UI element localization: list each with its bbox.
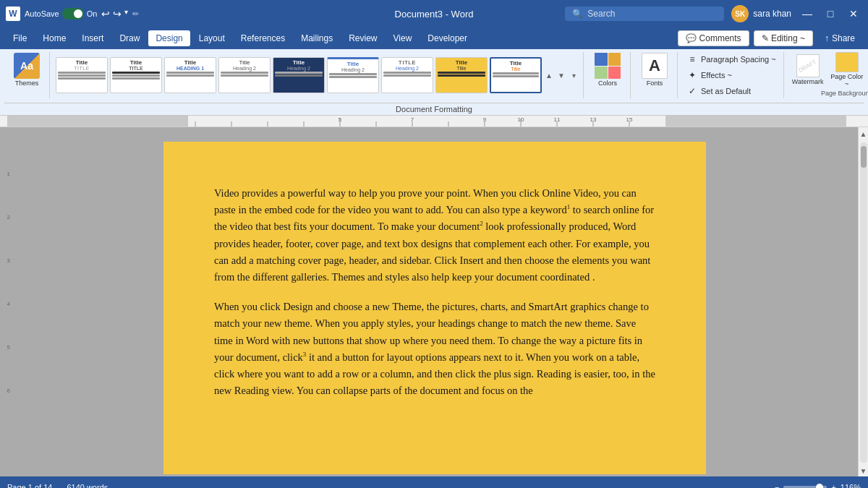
svg-text:11: 11 [554,116,561,123]
zoom-thumb [816,484,823,488]
zoom-in-icon[interactable]: + [831,483,835,488]
ribbon-colors-section: Colors [585,52,631,98]
doc-title: Document3 - Word [395,9,474,20]
format-style-4[interactable]: Title Heading 2 [218,57,271,93]
user-info[interactable]: SK sara khan [731,5,791,22]
format-scroll-up[interactable]: ▲ [544,57,554,93]
svg-rect-2 [665,116,846,127]
right-scrollbar: ▲ ▼ [858,127,868,476]
effects-icon: ✦ [686,69,698,81]
quick-access-icon[interactable]: ▾ [124,8,128,20]
autosave-label: AutoSave [25,9,59,18]
menu-design[interactable]: Design [148,30,190,46]
comments-icon: 💬 [686,33,697,43]
colors-label: Colors [598,80,617,87]
zoom-level: 116% [841,483,861,488]
close-button[interactable]: ✕ [845,5,862,22]
page-background-label: Page Background [821,90,868,97]
scroll-down-arrow[interactable]: ▼ [859,466,868,476]
watermark-button[interactable]: DRAFT Watermark [790,52,826,88]
colors-button[interactable]: Colors [590,52,626,88]
svg-text:9: 9 [483,116,487,123]
menu-file[interactable]: File [6,30,34,46]
ruler: 5 7 9 10 11 13 15 [0,116,868,127]
paragraph-spacing-button[interactable]: ≡ Paragraph Spacing ~ [684,52,779,67]
ribbon-fonts-section: A Fonts [632,52,678,98]
share-icon: ↑ [825,33,829,43]
margin-mark-1: 1 [7,171,10,177]
fonts-label: Fonts [647,80,663,87]
redo-icon[interactable]: ↪ [113,8,122,20]
margin-mark-3: 3 [7,257,10,264]
menu-home[interactable]: Home [35,30,73,46]
svg-text:13: 13 [590,116,597,123]
page-color-button[interactable]: Page Color ~ [829,52,865,88]
undo-icon[interactable]: ↩ [101,8,110,20]
format-style-6[interactable]: Title Heading 2 [327,57,379,93]
fonts-button[interactable]: A Fonts [637,52,673,88]
scroll-thumb[interactable] [861,146,867,168]
ribbon-format-section: Title TITLE Title TITLE Title HEADING 1 … [51,52,584,98]
autosave-state: On [87,9,98,18]
svg-text:5: 5 [339,116,342,123]
menu-draw[interactable]: Draw [112,30,147,46]
comments-label: Comments [699,33,741,43]
menu-bar: File Home Insert Draw Design Layout Refe… [0,27,868,49]
set-default-label: Set as Default [701,87,751,95]
fonts-icon: A [642,53,668,79]
menu-view[interactable]: View [386,30,420,46]
page-info: Page 1 of 14 [7,483,52,488]
format-style-8[interactable]: Title Title [435,57,488,93]
page-color-icon [835,52,859,72]
scroll-track[interactable] [860,142,867,463]
margin-mark-2: 2 [7,214,10,221]
menu-insert[interactable]: Insert [75,30,111,46]
user-avatar: SK [731,5,749,22]
effects-label: Effects ~ [701,71,732,80]
format-style-2[interactable]: Title TITLE [110,57,162,93]
comments-button[interactable]: 💬 Comments [678,30,749,46]
autosave-switch[interactable] [62,8,84,20]
paragraph-2[interactable]: When you click Design and choose a new T… [214,299,655,399]
colors-icon [595,53,621,79]
autosave-toggle[interactable]: AutoSave On [25,8,97,20]
menu-mailings[interactable]: Mailings [294,30,340,46]
doc-paper[interactable]: Video provides a powerful way to help yo… [163,142,706,474]
share-button[interactable]: ↑ Share [817,31,862,46]
menu-developer[interactable]: Developer [420,30,475,46]
set-default-icon: ✓ [686,85,698,97]
zoom-control[interactable]: − + 116% [775,483,861,488]
set-as-default-button[interactable]: ✓ Set as Default [684,84,779,98]
watermark-icon: DRAFT [796,54,820,77]
minimize-button[interactable]: — [799,5,816,22]
effects-button[interactable]: ✦ Effects ~ [684,68,779,82]
format-style-7[interactable]: TITLE Heading 2 [381,57,433,93]
themes-button[interactable]: Aa Themes [9,52,45,88]
zoom-out-icon[interactable]: − [775,483,779,488]
ribbon: Aa Themes Title TITLE Title TITLE [0,49,868,116]
paragraph-1[interactable]: Video provides a powerful way to help yo… [214,185,655,286]
ribbon-themes-section: Aa Themes [4,52,50,98]
margin-mark-5: 5 [7,344,10,351]
user-name: sara khan [753,9,791,19]
menu-layout[interactable]: Layout [192,30,232,46]
margin-mark-6: 6 [7,388,10,394]
format-style-9[interactable]: Title Title [490,57,542,93]
document-area: 1 2 3 4 5 6 Video provides a powerful wa… [0,127,868,476]
status-bar: Page 1 of 14 6140 words − + 116% [0,476,868,488]
themes-label: Themes [15,80,39,87]
title-search-box[interactable]: 🔍 Search [565,7,724,21]
format-style-1[interactable]: Title TITLE [56,57,108,93]
scroll-up-arrow[interactable]: ▲ [859,129,868,140]
app-logo: W [6,7,20,21]
title-bar: W AutoSave On ↩ ↪ ▾ ✏ Document3 - Word 🔍… [0,0,868,27]
format-style-5[interactable]: Title Heading 2 [273,57,325,93]
menu-references[interactable]: References [234,30,292,46]
format-expand[interactable]: ▾ [569,57,579,93]
page-color-label: Page Color ~ [829,74,865,88]
format-scroll-down[interactable]: ▼ [556,57,566,93]
maximize-button[interactable]: □ [822,5,839,22]
editing-button[interactable]: ✎ Editing ~ [754,30,813,46]
format-style-3[interactable]: Title HEADING 1 [164,57,216,93]
menu-review[interactable]: Review [341,30,384,46]
